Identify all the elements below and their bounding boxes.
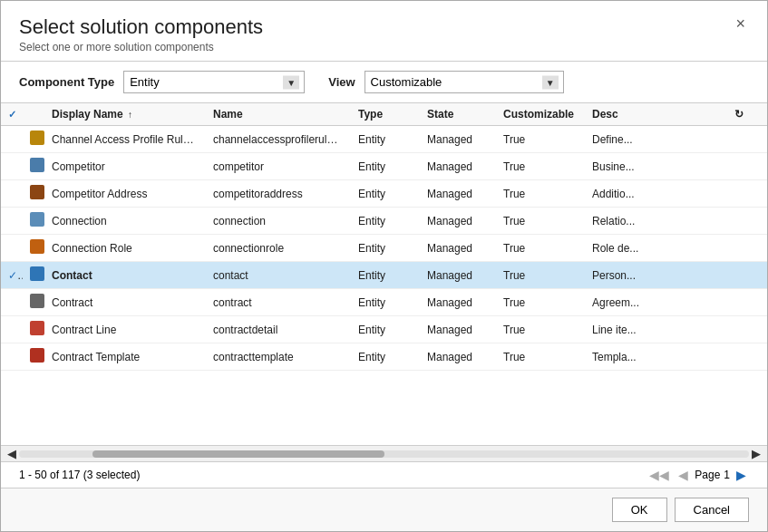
table-header: ✓ Display Name ↑ Name Type State Customi…: [1, 103, 767, 126]
row-state: Managed: [420, 208, 496, 235]
table-row[interactable]: Contract Line contractdetail Entity Mana…: [1, 316, 767, 343]
pager-page-label: Page: [695, 469, 720, 481]
col-scroll-pad: [751, 103, 767, 126]
row-state: Managed: [420, 343, 496, 371]
table-body: Channel Access Profile Rule Item channel…: [1, 126, 767, 371]
col-type[interactable]: Type: [351, 103, 420, 126]
table-container: ✓ Display Name ↑ Name Type State Customi…: [1, 103, 767, 461]
row-icon-col: [23, 262, 44, 289]
table-row[interactable]: Connection Role connectionrole Entity Ma…: [1, 235, 767, 262]
row-description: Role de...: [585, 235, 767, 262]
row-check-col: [1, 126, 23, 153]
row-name: contracttemplate: [206, 343, 351, 371]
row-type: Entity: [351, 289, 420, 316]
row-icon-col: [23, 235, 44, 262]
scrollbar-thumb[interactable]: [92, 450, 384, 458]
row-customizable: True: [496, 180, 585, 208]
col-description: Desc ↻: [585, 103, 751, 126]
row-display-name: Contact: [44, 262, 206, 289]
col-customizable[interactable]: Customizable: [496, 103, 585, 126]
col-state[interactable]: State: [420, 103, 496, 126]
cancel-button[interactable]: Cancel: [675, 498, 749, 522]
row-customizable: True: [496, 262, 585, 289]
row-state: Managed: [420, 126, 496, 153]
row-state: Managed: [420, 262, 496, 289]
table-row[interactable]: Channel Access Profile Rule Item channel…: [1, 126, 767, 153]
row-state: Managed: [420, 180, 496, 208]
row-description: Agreem...: [585, 289, 767, 316]
row-entity-icon: [30, 294, 44, 308]
col-display-name[interactable]: Display Name ↑: [44, 103, 206, 126]
pager-first-btn[interactable]: ◀◀: [646, 468, 672, 482]
row-icon-col: [23, 153, 44, 180]
row-customizable: True: [496, 153, 585, 180]
row-type: Entity: [351, 180, 420, 208]
filter-bar: Component Type Entity Attribute Form Vie…: [1, 61, 767, 103]
row-icon-col: [23, 180, 44, 208]
row-name: contact: [206, 262, 351, 289]
row-type: Entity: [351, 126, 420, 153]
row-icon-col: [23, 289, 44, 316]
row-name: competitoraddress: [206, 180, 351, 208]
view-label: View: [328, 75, 355, 89]
row-display-name: Contract: [44, 289, 206, 316]
row-customizable: True: [496, 126, 585, 153]
col-name[interactable]: Name: [206, 103, 351, 126]
pagination-bar: 1 - 50 of 117 (3 selected) ◀◀ ◀ Page 1 ▶: [1, 461, 767, 488]
row-description: Additio...: [585, 180, 767, 208]
row-display-name: Connection Role: [44, 235, 206, 262]
row-name: connectionrole: [206, 235, 351, 262]
row-name: competitor: [206, 153, 351, 180]
dialog-title: Select solution components: [19, 15, 263, 39]
row-name: channelaccessprofileruleite...: [206, 126, 351, 153]
component-type-wrapper[interactable]: Entity Attribute Form View Chart: [123, 71, 305, 93]
table-row[interactable]: Connection connection Entity Managed Tru…: [1, 208, 767, 235]
table-row[interactable]: Contract Template contracttemplate Entit…: [1, 343, 767, 371]
row-display-name: Competitor: [44, 153, 206, 180]
row-description: Line ite...: [585, 316, 767, 343]
row-entity-icon: [30, 131, 44, 145]
row-check-col: ✓: [1, 262, 23, 289]
pager-page-number: 1: [724, 469, 730, 481]
table-row[interactable]: Competitor Address competitoraddress Ent…: [1, 180, 767, 208]
row-name: contractdetail: [206, 316, 351, 343]
row-icon-col: [23, 126, 44, 153]
table-row[interactable]: ✓ Contact contact Entity Managed True Pe…: [1, 262, 767, 289]
pager-prev-btn[interactable]: ◀: [676, 468, 691, 482]
dialog-subtitle: Select one or more solution components: [19, 41, 263, 53]
dialog: Select solution components Select one or…: [0, 0, 768, 532]
pager: ◀◀ ◀ Page 1 ▶: [646, 468, 749, 482]
row-entity-icon: [30, 158, 44, 172]
row-icon-col: [23, 343, 44, 371]
col-icon: [23, 103, 44, 126]
close-button[interactable]: ×: [732, 15, 749, 32]
row-display-name: Contract Template: [44, 343, 206, 371]
scroll-left-btn[interactable]: ◀: [5, 447, 19, 460]
view-wrapper[interactable]: Customizable All Managed Unmanaged: [365, 71, 564, 93]
pagination-range: 1 - 50 of 117 (3 selected): [19, 469, 140, 481]
row-type: Entity: [351, 316, 420, 343]
table-scroll-area[interactable]: Channel Access Profile Rule Item channel…: [1, 126, 767, 445]
table-row[interactable]: Contract contract Entity Managed True Ag…: [1, 289, 767, 316]
table-row[interactable]: Competitor competitor Entity Managed Tru…: [1, 153, 767, 180]
row-icon-col: [23, 208, 44, 235]
row-description: Define...: [585, 126, 767, 153]
ok-button[interactable]: OK: [612, 498, 667, 522]
scrollbar-x[interactable]: ◀ ▶: [1, 445, 767, 461]
row-state: Managed: [420, 153, 496, 180]
row-check-col: [1, 343, 23, 371]
scroll-right-btn[interactable]: ▶: [749, 447, 763, 460]
row-icon-col: [23, 316, 44, 343]
row-entity-icon: [30, 266, 44, 281]
pager-next-btn[interactable]: ▶: [734, 468, 749, 482]
row-entity-icon: [30, 185, 44, 199]
row-description: Person...: [585, 262, 767, 289]
footer-bar: OK Cancel: [1, 488, 767, 531]
component-type-select[interactable]: Entity Attribute Form View Chart: [123, 71, 305, 93]
row-customizable: True: [496, 208, 585, 235]
row-type: Entity: [351, 208, 420, 235]
row-type: Entity: [351, 343, 420, 371]
dialog-header: Select solution components Select one or…: [1, 1, 767, 61]
row-check-col: [1, 153, 23, 180]
view-select[interactable]: Customizable All Managed Unmanaged: [365, 71, 564, 93]
